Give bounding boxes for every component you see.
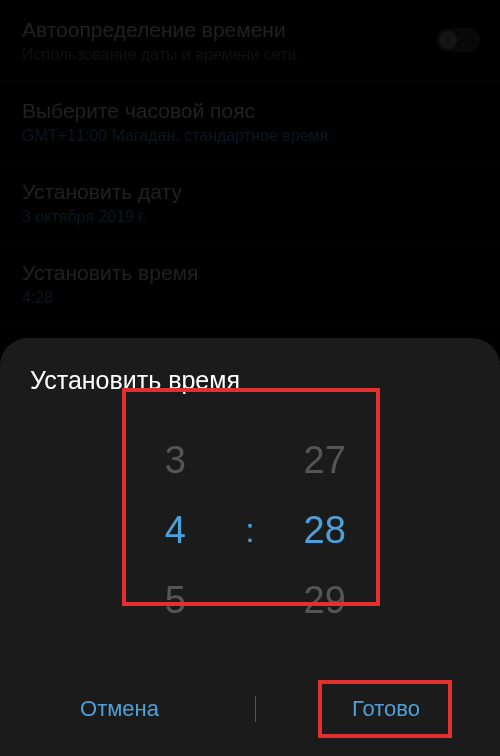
minute-next: 29 [304,565,346,635]
minute-prev: 27 [304,425,346,495]
minute-column[interactable]: 27 28 29 [285,425,365,635]
button-divider [255,696,256,722]
time-picker-dialog: Установить время 3 4 5 : 27 28 29 Отмена… [0,338,500,756]
time-picker: 3 4 5 : 27 28 29 [100,425,400,635]
hour-prev: 3 [165,425,186,495]
hour-next: 5 [165,565,186,635]
hour-column[interactable]: 3 4 5 [135,425,215,635]
dialog-button-row: Отмена Готово [0,682,500,736]
time-separator: : [245,511,254,550]
hour-selected: 4 [165,495,186,565]
done-button[interactable]: Готово [328,682,444,736]
dialog-title: Установить время [30,366,478,395]
cancel-button[interactable]: Отмена [56,682,183,736]
minute-selected: 28 [304,495,346,565]
